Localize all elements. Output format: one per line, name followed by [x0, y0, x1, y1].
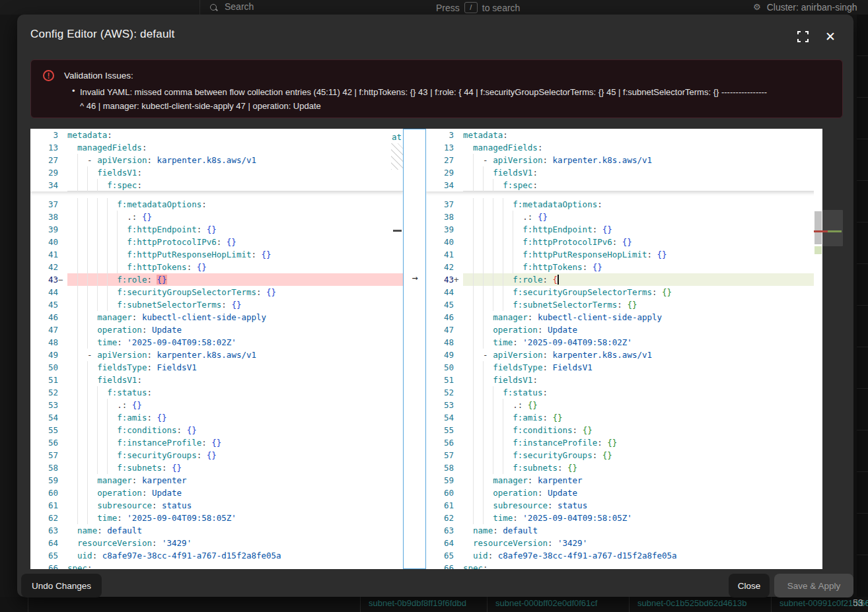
code-line-44[interactable]: 44 f:securityGroupSelectorTerms: {}	[426, 286, 822, 298]
code-line-51[interactable]: 51 fieldsV1:	[30, 374, 403, 386]
code-line-59[interactable]: 59 manager: karpenter	[426, 474, 822, 487]
code-line-57[interactable]: 57 f:securityGroups: {}	[30, 449, 403, 461]
code-line-13[interactable]: 13 managedFields:	[30, 141, 403, 154]
close-footer-button[interactable]: Close	[729, 574, 770, 597]
code-line-27[interactable]: 27 - apiVersion: karpenter.k8s.aws/v1	[30, 154, 403, 166]
code-line-40[interactable]: 40 f:httpProtocolIPv6: {}	[426, 236, 822, 248]
code-text: .: {}	[463, 399, 822, 411]
code-line-47[interactable]: 47 operation: Update	[30, 323, 403, 336]
code-line-50[interactable]: 50 fieldsType: FieldsV1	[426, 361, 822, 374]
code-line-54[interactable]: 54 f:amis: {}	[426, 411, 822, 424]
code-line-40[interactable]: 40 f:httpProtocolIPv6: {}	[30, 236, 403, 248]
code-line-44[interactable]: 44 f:securityGroupSelectorTerms: {}	[30, 286, 403, 298]
code-line-66[interactable]: 66spec:	[30, 562, 403, 569]
close-button[interactable]: ✕	[822, 28, 839, 45]
code-line-58[interactable]: 58 f:subnets: {}	[426, 461, 822, 474]
code-line-34[interactable]: 34 f:spec:	[426, 179, 822, 191]
code-line-38[interactable]: 38 .: {}	[426, 211, 822, 223]
code-text: uid: c8afe97e-38cc-4f91-a767-d15f2a8fe05…	[463, 549, 822, 562]
code-line-56[interactable]: 56 f:instanceProfile: {}	[426, 436, 822, 449]
code-text: fieldsV1:	[463, 166, 822, 179]
apply-change-arrow-button[interactable]: →	[408, 272, 421, 285]
code-line-39[interactable]: 39 f:httpEndpoint: {}	[30, 223, 403, 236]
code-line-13[interactable]: 13 managedFields:	[426, 141, 822, 154]
code-line-49[interactable]: 49 - apiVersion: karpenter.k8s.aws/v1	[426, 349, 822, 361]
code-line-50[interactable]: 50 fieldsType: FieldsV1	[30, 361, 403, 374]
code-line-29[interactable]: 29 fieldsV1:	[30, 166, 403, 179]
line-number: 45	[30, 298, 67, 311]
fullscreen-button[interactable]	[794, 28, 811, 45]
line-number: 54	[426, 411, 463, 424]
code-line-57[interactable]: 57 f:securityGroups: {}	[426, 449, 822, 461]
code-text: f:subnets: {}	[463, 461, 822, 474]
code-line-65[interactable]: 65 uid: c8afe97e-38cc-4f91-a767-d15f2a8f…	[30, 549, 403, 562]
code-text: fieldsType: FieldsV1	[67, 361, 403, 374]
code-line-27[interactable]: 27 - apiVersion: karpenter.k8s.aws/v1	[426, 154, 822, 166]
code-line-41[interactable]: 41 f:httpPutResponseHopLimit: {}	[426, 248, 822, 261]
code-line-34[interactable]: 34 f:spec:	[30, 179, 403, 191]
line-number: 47	[30, 323, 67, 336]
code-line-46[interactable]: 46 manager: kubectl-client-side-apply	[426, 311, 822, 323]
scrollbar-thumb[interactable]	[814, 211, 822, 244]
line-number: 64	[30, 537, 67, 549]
scrollbar-track[interactable]	[814, 129, 822, 569]
code-line-47[interactable]: 47 operation: Update	[426, 323, 822, 336]
code-line-38[interactable]: 38 .: {}	[30, 211, 403, 223]
global-search-input[interactable]: Search	[210, 1, 254, 12]
code-line-61[interactable]: 61 subresource: status	[30, 499, 403, 512]
code-line-3[interactable]: 3metadata:	[426, 129, 822, 141]
code-line-64[interactable]: 64 resourceVersion: '3429'	[426, 537, 822, 549]
diff-pane-modified[interactable]: 3metadata:13 managedFields:27 - apiVersi…	[426, 129, 822, 569]
hint-post: to search	[482, 3, 521, 13]
code-line-63[interactable]: 63 name: default	[30, 524, 403, 537]
code-line-37[interactable]: 37 f:metadataOptions:	[30, 198, 403, 211]
code-line-42[interactable]: 42 f:httpTokens: {}	[30, 261, 403, 273]
code-text: name: default	[67, 524, 403, 537]
code-line-60[interactable]: 60 operation: Update	[426, 487, 822, 499]
code-line-53[interactable]: 53 .: {}	[426, 399, 822, 411]
code-line-51[interactable]: 51 fieldsV1:	[426, 374, 822, 386]
minimap-slider[interactable]	[822, 210, 843, 246]
code-text: f:subnets: {}	[67, 461, 403, 474]
code-line-45[interactable]: 45 f:subnetSelectorTerms: {}	[30, 298, 403, 311]
code-line-37[interactable]: 37 f:metadataOptions:	[426, 198, 822, 211]
undo-changes-button[interactable]: Undo Changes	[21, 574, 102, 597]
code-line-39[interactable]: 39 f:httpEndpoint: {}	[426, 223, 822, 236]
code-line-63[interactable]: 63 name: default	[426, 524, 822, 537]
code-line-41[interactable]: 41 f:httpPutResponseHopLimit: {}	[30, 248, 403, 261]
code-line-53[interactable]: 53 .: {}	[30, 399, 403, 411]
code-line-58[interactable]: 58 f:subnets: {}	[30, 461, 403, 474]
code-line-48[interactable]: 48 time: '2025-09-04T09:58:02Z'	[426, 336, 822, 349]
code-line-43[interactable]: 43− f:role: {}	[30, 273, 403, 286]
code-line-66[interactable]: 66spec:	[426, 562, 822, 569]
code-text: managedFields:	[463, 141, 822, 154]
code-line-56[interactable]: 56 f:instanceProfile: {}	[30, 436, 403, 449]
code-line-65[interactable]: 65 uid: c8afe97e-38cc-4f91-a767-d15f2a8f…	[426, 549, 822, 562]
code-line-61[interactable]: 61 subresource: status	[426, 499, 822, 512]
code-line-3[interactable]: 3metadata:	[30, 129, 403, 141]
save-apply-button[interactable]: Save & Apply	[774, 574, 853, 597]
code-line-55[interactable]: 55 f:conditions: {}	[426, 424, 822, 436]
code-text: f:metadataOptions:	[463, 198, 822, 211]
code-line-45[interactable]: 45 f:subnetSelectorTerms: {}	[426, 298, 822, 311]
code-line-49[interactable]: 49 - apiVersion: karpenter.k8s.aws/v1	[30, 349, 403, 361]
code-line-29[interactable]: 29 fieldsV1:	[426, 166, 822, 179]
code-line-54[interactable]: 54 f:amis: {}	[30, 411, 403, 424]
code-line-64[interactable]: 64 resourceVersion: '3429'	[30, 537, 403, 549]
code-line-52[interactable]: 52 f:status:	[426, 386, 822, 399]
code-line-43[interactable]: 43+ f:role: {	[426, 273, 822, 286]
diff-pane-original[interactable]: 3metadata:13 managedFields:27 - apiVersi…	[30, 129, 403, 569]
code-line-62[interactable]: 62 time: '2025-09-04T09:58:05Z'	[426, 512, 822, 524]
code-line-52[interactable]: 52 f:status:	[30, 386, 403, 399]
code-line-59[interactable]: 59 manager: karpenter	[30, 474, 403, 487]
code-line-46[interactable]: 46 manager: kubectl-client-side-apply	[30, 311, 403, 323]
code-line-60[interactable]: 60 operation: Update	[30, 487, 403, 499]
code-line-62[interactable]: 62 time: '2025-09-04T09:58:05Z'	[30, 512, 403, 524]
code-line-42[interactable]: 42 f:httpTokens: {}	[426, 261, 822, 273]
line-number: 34	[30, 179, 67, 191]
code-line-55[interactable]: 55 f:conditions: {}	[30, 424, 403, 436]
cluster-selector[interactable]: ⚙ Cluster: anirban-singh	[753, 2, 857, 13]
code-line-48[interactable]: 48 time: '2025-09-04T09:58:02Z'	[30, 336, 403, 349]
cluster-label: Cluster: anirban-singh	[767, 2, 857, 13]
yaml-diff-editor[interactable]: 3metadata:13 managedFields:27 - apiVersi…	[30, 129, 822, 569]
